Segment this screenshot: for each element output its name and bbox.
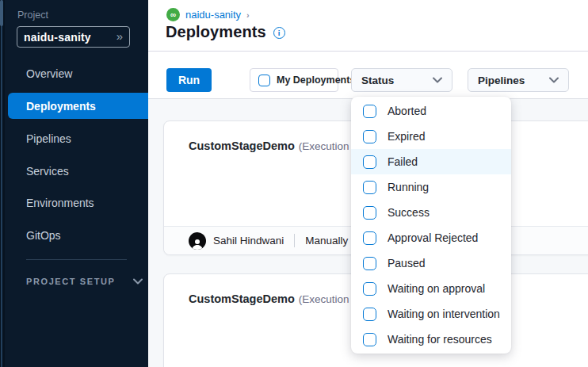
- info-icon[interactable]: i: [273, 27, 285, 39]
- chevron-down-icon: [433, 77, 442, 83]
- status-filter-dropdown[interactable]: Status: [351, 68, 452, 92]
- app-window: Project naidu-sanity » OverviewDeploymen…: [0, 0, 588, 367]
- chevron-right-icon: ›: [246, 10, 250, 20]
- checkbox-icon[interactable]: [363, 181, 376, 194]
- breadcrumb: ∞ naidu-sanity ›: [166, 8, 250, 21]
- status-option-aborted[interactable]: Aborted: [351, 98, 511, 124]
- toolbar: Run My Deployments Status Pipelines: [148, 52, 588, 99]
- status-option-failed[interactable]: Failed: [351, 149, 511, 174]
- sidebar-item-overview[interactable]: Overview: [8, 60, 148, 86]
- sidebar-item-label: Environments: [26, 197, 94, 209]
- status-option-label: Aborted: [388, 105, 426, 117]
- chevron-down-icon: [133, 278, 143, 285]
- status-option-label: Waiting on intervention: [388, 308, 500, 320]
- my-deployments-filter[interactable]: My Deployments: [250, 68, 338, 92]
- sidebar-item-gitops[interactable]: GitOps: [8, 222, 148, 248]
- project-sidebar: Project naidu-sanity » OverviewDeploymen…: [0, 0, 148, 367]
- sidebar-item-services[interactable]: Services: [8, 158, 148, 184]
- checkbox-icon[interactable]: [363, 308, 376, 321]
- checkbox-icon[interactable]: [363, 206, 376, 220]
- page-header: ∞ naidu-sanity › Deployments i: [148, 0, 588, 52]
- page-title: Deployments: [166, 23, 266, 41]
- checkbox-icon[interactable]: [258, 75, 270, 86]
- sidebar-divider: [26, 259, 127, 260]
- sidebar-item-label: Services: [26, 165, 69, 178]
- chevron-down-icon: [549, 77, 559, 83]
- checkbox-icon[interactable]: [363, 257, 376, 270]
- status-option-paused[interactable]: Paused: [351, 250, 511, 276]
- sidebar-nav: OverviewDeploymentsPipelinesServicesEnvi…: [0, 0, 148, 367]
- checkbox-icon[interactable]: [363, 333, 376, 346]
- status-option-approval-rejected[interactable]: Approval Rejected: [351, 225, 511, 250]
- status-option-waiting-for-resources[interactable]: Waiting for resources: [351, 327, 511, 352]
- status-option-waiting-on-approval[interactable]: Waiting on approval: [351, 276, 511, 301]
- sidebar-item-label: Deployments: [26, 100, 96, 113]
- status-option-expired[interactable]: Expired: [351, 124, 511, 149]
- sidebar-item-label: Overview: [26, 67, 72, 80]
- pipeline-name[interactable]: CustomStageDemo: [189, 140, 295, 152]
- status-option-label: Waiting on approval: [388, 282, 485, 295]
- pipelines-filter-label: Pipelines: [478, 75, 525, 86]
- status-dropdown-menu: AbortedExpiredFailedRunningSuccessApprov…: [351, 97, 511, 354]
- project-setup-toggle[interactable]: PROJECT SETUP: [26, 277, 143, 286]
- my-deployments-label: My Deployments: [277, 75, 355, 86]
- checkbox-icon[interactable]: [363, 155, 376, 169]
- sidebar-item-pipelines[interactable]: Pipelines: [8, 125, 148, 151]
- status-option-success[interactable]: Success: [351, 200, 511, 225]
- checkbox-icon[interactable]: [363, 282, 376, 296]
- main-content: ∞ naidu-sanity › Deployments i Run My De…: [148, 0, 588, 367]
- footer-divider: [294, 234, 295, 247]
- status-option-label: Approval Rejected: [388, 231, 478, 244]
- sidebar-item-label: Pipelines: [26, 132, 71, 145]
- status-option-label: Success: [388, 206, 430, 219]
- status-option-label: Expired: [388, 130, 425, 143]
- sidebar-item-deployments[interactable]: Deployments: [8, 93, 148, 119]
- user-avatar-icon: [189, 232, 206, 250]
- triggered-by-user: Sahil Hindwani: [213, 235, 284, 247]
- checkbox-icon[interactable]: [363, 130, 376, 143]
- sidebar-item-environments[interactable]: Environments: [8, 189, 148, 216]
- cd-module-icon: ∞: [166, 8, 180, 21]
- status-option-label: Waiting for resources: [388, 333, 492, 346]
- status-option-waiting-on-intervention[interactable]: Waiting on intervention: [351, 301, 511, 327]
- project-setup-label: PROJECT SETUP: [26, 277, 116, 286]
- status-option-label: Paused: [388, 257, 425, 270]
- run-button[interactable]: Run: [166, 68, 212, 92]
- trigger-type: Manually: [305, 235, 348, 247]
- checkbox-icon[interactable]: [363, 231, 376, 245]
- status-option-label: Running: [388, 181, 429, 193]
- checkbox-icon[interactable]: [363, 105, 376, 118]
- status-option-label: Failed: [388, 155, 418, 168]
- pipelines-filter-dropdown[interactable]: Pipelines: [468, 68, 569, 92]
- breadcrumb-project-link[interactable]: naidu-sanity: [185, 9, 241, 21]
- pipeline-name[interactable]: CustomStageDemo: [189, 292, 295, 305]
- status-filter-label: Status: [361, 75, 394, 86]
- sidebar-item-label: GitOps: [26, 229, 61, 242]
- status-option-running[interactable]: Running: [351, 174, 511, 200]
